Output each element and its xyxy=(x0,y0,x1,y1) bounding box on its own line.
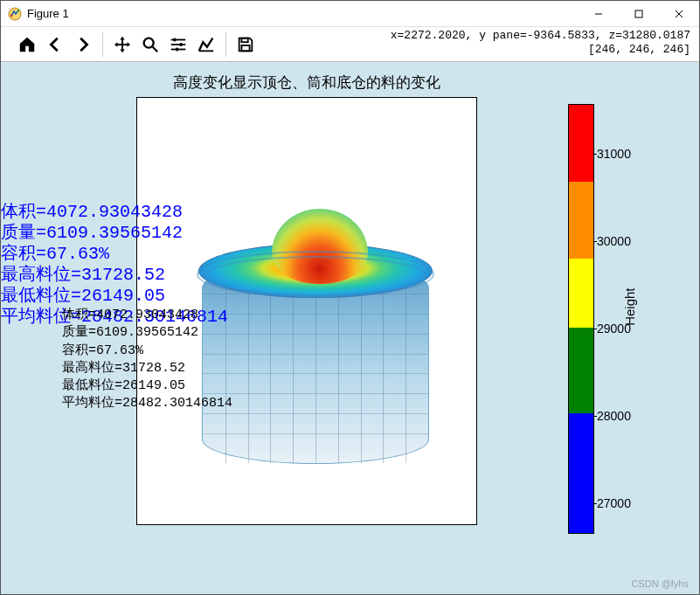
pan-button[interactable] xyxy=(110,32,135,57)
svg-rect-12 xyxy=(174,38,177,41)
coord-line2: [246, 246, 246] xyxy=(391,43,690,57)
svg-point-7 xyxy=(144,38,154,47)
maximize-button[interactable] xyxy=(619,1,659,26)
colorbar-label: Height xyxy=(622,288,637,326)
back-button[interactable] xyxy=(43,32,67,57)
cbar-tick: 31000 xyxy=(597,147,631,161)
plot-title: 高度变化显示顶仓、筒和底仓的料的变化 xyxy=(136,73,477,93)
edit-plot-button[interactable] xyxy=(194,32,218,57)
stat-avg: 平均料位=28482.30146814 xyxy=(62,395,232,412)
coord-readout: x=2272.2020, y pane=-9364.5833, z=31280.… xyxy=(391,29,690,56)
cbar-tick: 30000 xyxy=(597,234,631,248)
silo-3d-surface xyxy=(202,211,429,481)
stat-max: 最高料位=31728.52 xyxy=(1,265,228,286)
home-button[interactable] xyxy=(15,32,39,57)
titlebar: Figure 1 xyxy=(1,1,699,27)
zoom-button[interactable] xyxy=(138,32,163,57)
forward-button[interactable] xyxy=(71,32,95,57)
stat-min: 最低料位=26149.05 xyxy=(62,377,232,395)
svg-rect-4 xyxy=(635,10,642,17)
canvas-area[interactable]: 高度变化显示顶仓、筒和底仓的料的变化 xyxy=(1,62,699,594)
stat-capacity: 容积=67.63% xyxy=(1,244,228,265)
window-title: Figure 1 xyxy=(27,7,579,20)
coord-line1: x=2272.2020, y pane=-9364.5833, z=31280.… xyxy=(391,29,690,43)
stat-min: 最低料位=26149.05 xyxy=(1,286,228,307)
window-controls xyxy=(579,1,699,26)
stat-mass: 质量=6109.39565142 xyxy=(1,223,228,244)
cbar-tick: 27000 xyxy=(597,496,631,510)
svg-point-1 xyxy=(10,14,12,16)
svg-rect-16 xyxy=(241,45,249,50)
stat-mass: 质量=6109.39565142 xyxy=(62,324,232,342)
stat-volume: 体积=4072.93043428 xyxy=(62,307,232,324)
watermark: CSDN @fyhs xyxy=(631,578,689,589)
svg-rect-13 xyxy=(180,43,183,46)
colorbar: 31000 30000 29000 28000 27000 xyxy=(568,104,594,534)
cbar-tick: 28000 xyxy=(597,409,631,423)
minimize-button[interactable] xyxy=(579,1,619,26)
stat-capacity: 容积=67.63% xyxy=(62,342,232,360)
stats-overlay-black: 体积=4072.93043428 质量=6109.39565142 容积=67.… xyxy=(62,307,232,413)
stat-volume: 体积=4072.93043428 xyxy=(1,202,228,223)
figure-window: Figure 1 xyxy=(0,0,700,595)
svg-line-8 xyxy=(153,46,158,52)
toolbar: x=2272.2020, y pane=-9364.5833, z=31280.… xyxy=(1,27,699,62)
svg-rect-15 xyxy=(241,38,247,42)
app-icon xyxy=(8,7,22,21)
configure-button[interactable] xyxy=(166,32,191,57)
stat-max: 最高料位=31728.52 xyxy=(62,360,232,377)
close-button[interactable] xyxy=(659,1,699,26)
svg-point-2 xyxy=(17,9,19,10)
svg-rect-14 xyxy=(176,47,178,51)
svg-point-0 xyxy=(9,8,21,20)
save-button[interactable] xyxy=(233,32,258,57)
